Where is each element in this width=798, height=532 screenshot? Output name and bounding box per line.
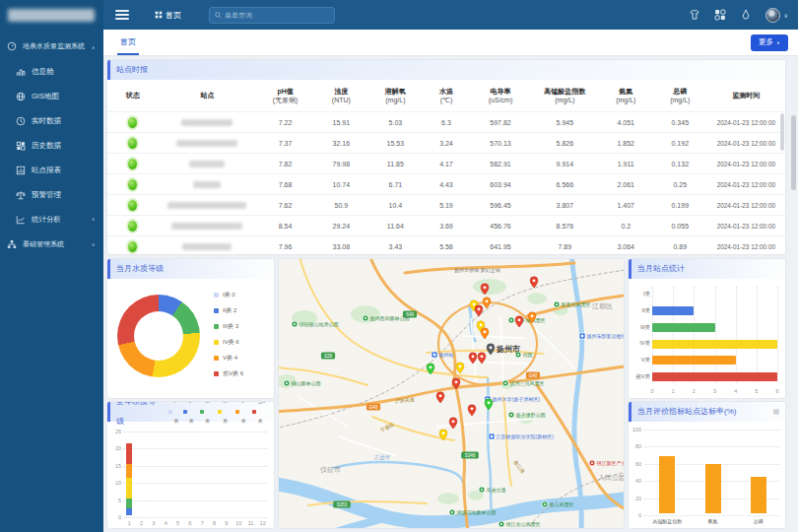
cell: 3.69	[423, 216, 470, 235]
station-stats-chart: 0 1 2 3 4 5 6 I类 II类 III类 IV类 V类 劣V类	[652, 287, 776, 383]
map-label: 扬州市	[496, 344, 520, 354]
cell: 8.54	[256, 216, 313, 235]
cell: 641.95	[470, 236, 531, 255]
more-button[interactable]: 更多 ∨	[751, 34, 788, 51]
sidebar-item-0-0[interactable]: 信息舱	[0, 59, 103, 84]
stacked-bar-segment[interactable]	[126, 508, 132, 515]
avatar[interactable]	[765, 8, 780, 23]
search-box[interactable]	[209, 7, 335, 24]
chevron-icon: ∨	[92, 217, 96, 223]
svg-text:G40: G40	[529, 373, 538, 378]
hbar[interactable]	[652, 323, 715, 332]
sidebar-item-0-6[interactable]: 统计分析 ∨	[0, 207, 103, 232]
search-input[interactable]	[225, 12, 329, 19]
alert-icon	[16, 189, 27, 200]
shirt-theme-icon[interactable]	[689, 9, 701, 22]
sidebar-group-0[interactable]: 地表水质量监测系统 ∧	[0, 33, 103, 59]
station-table-body: 7.2215.915.036.3597.825.9454.0510.345202…	[107, 111, 785, 255]
legend-item[interactable]: IV类	[218, 401, 232, 432]
cell: 5.826	[531, 133, 599, 153]
sidebar-item-0-4[interactable]: 站点报表	[0, 158, 103, 182]
compliance-rate-chart: 0 20 40 60 80 100 高锰酸盐指数 氨氮 总磷	[644, 430, 779, 513]
svg-text:S348: S348	[465, 453, 476, 458]
legend-item[interactable]: 劣V类	[252, 401, 270, 432]
page-scrollbar[interactable]	[790, 114, 796, 532]
map-label: 江都区	[592, 302, 613, 310]
cell: 32.16	[314, 133, 368, 153]
vbar[interactable]	[751, 477, 766, 513]
status-dot	[128, 241, 137, 252]
hbar[interactable]	[652, 306, 694, 315]
cell: 33.08	[314, 236, 368, 255]
hamburger-icon[interactable]	[115, 10, 129, 20]
chevron-down-icon[interactable]: ∨	[784, 12, 788, 19]
legend-item[interactable]: II类	[183, 401, 196, 432]
status-dot	[128, 138, 137, 149]
sidebar-item-0-5[interactable]: 预警管理	[0, 182, 103, 207]
tab-home[interactable]: 首页	[117, 30, 139, 55]
stacked-bar-segment[interactable]	[126, 464, 132, 478]
map-panel[interactable]: G40 G40 S49 S28 S353 S348 扬州西郊森林公园 仪征捺山地…	[278, 258, 625, 529]
hbar[interactable]	[652, 356, 736, 365]
split-screen-icon[interactable]	[714, 9, 727, 22]
cell: 2024-01-23 12:00:00	[707, 154, 785, 173]
stacked-bar-segment[interactable]	[126, 443, 132, 464]
park-poi[interactable]: 焦山风景区	[542, 501, 574, 507]
cell: 596.45	[470, 195, 531, 215]
park-poi[interactable]: 瓜洲古渡	[479, 487, 506, 494]
sidebar-group-1[interactable]: 基础管理系统 ∨	[0, 232, 103, 257]
hbar[interactable]	[652, 372, 777, 381]
legend-item[interactable]: I类 0	[214, 291, 243, 299]
flame-icon[interactable]	[740, 9, 753, 22]
legend-item[interactable]: I类	[168, 401, 179, 432]
cell: 1.911	[599, 154, 653, 173]
cell: 79.98	[314, 154, 368, 173]
legend-item[interactable]: II类 2	[214, 306, 243, 315]
park-poi[interactable]: 扬州西郊森林公园	[363, 315, 410, 322]
cell: 0.345	[653, 112, 707, 132]
sidebar-item-0-2[interactable]: 实时数据	[0, 108, 103, 133]
cell: 570.13	[470, 133, 531, 153]
legend-item[interactable]: 劣V类 6	[214, 369, 243, 378]
stacked-bar-segment[interactable]	[126, 499, 132, 508]
cell: 10.74	[314, 174, 368, 194]
table-row[interactable]: 7.9633.083.435.58641.957.893.0640.892024…	[107, 235, 785, 255]
transit-poi[interactable]: 扬州站	[432, 352, 454, 359]
cell: 2024-01-23 12:00:00	[707, 174, 785, 194]
vbar[interactable]	[659, 456, 675, 513]
stacked-bar-segment[interactable]	[126, 478, 132, 499]
table-row[interactable]: 7.8279.9811.854.17582.919.9141.9110.1322…	[107, 153, 785, 173]
panel-title-annual-quality: 全年水质等级 I类 II类 III类 IV类 V类 劣V类	[107, 402, 274, 422]
transit-poi[interactable]: 江苏旅游职业学院(新校区)	[489, 433, 554, 440]
table-row[interactable]: 8.5429.2411.643.69456.768.5760.20.055202…	[107, 215, 785, 235]
table-scrollbar[interactable]	[780, 113, 784, 151]
transit-poi[interactable]: 扬州大学(扬子津校区)	[485, 396, 540, 403]
table-header-row: 状态 站点 pH值(无量纲) 浊度(NTU) 溶解氧(mg/L) 水温(℃) 电…	[107, 80, 785, 111]
hbar[interactable]	[652, 340, 777, 349]
vbar[interactable]	[705, 464, 721, 513]
sidebar-item-0-1[interactable]: GIS地图	[0, 84, 103, 108]
transit-poi[interactable]: 扬州东部客运枢纽	[579, 333, 625, 340]
legend-item[interactable]: III类	[200, 401, 214, 432]
station-table: 状态 站点 pH值(无量纲) 浊度(NTU) 溶解氧(mg/L) 水温(℃) 电…	[107, 80, 785, 254]
legend-item[interactable]: IV类 6	[214, 338, 243, 347]
chart-toolbox-icon[interactable]: ▦	[772, 402, 779, 422]
table-row[interactable]: 7.2215.915.036.3597.825.9454.0510.345202…	[107, 111, 785, 132]
svg-text:镇江金山风景区: 镇江金山风景区	[506, 521, 541, 528]
sidebar-item-0-3[interactable]: 历史数据	[0, 133, 103, 158]
legend-item[interactable]: V类	[235, 401, 248, 432]
station-name-redacted	[171, 223, 242, 230]
legend-item[interactable]: V类 4	[214, 354, 243, 363]
legend-item[interactable]: III类 3	[214, 322, 243, 331]
table-row[interactable]: 7.6810.746.714.43603.946.5662.0610.25202…	[107, 173, 785, 194]
page-scrollbar-thumb[interactable]	[791, 115, 796, 190]
topbar-home-nav[interactable]: 首页	[155, 10, 181, 21]
park-poi[interactable]: 润扬湿地森林公园	[449, 509, 497, 516]
table-row[interactable]: 7.3732.1615.533.24570.135.8261.8520.1922…	[107, 132, 785, 153]
svg-text:江苏旅游职业学院(新校区): 江苏旅游职业学院(新校区)	[497, 433, 555, 440]
cell: 15.91	[314, 112, 368, 132]
table-row[interactable]: 7.6250.910.45.19596.453.8071.4070.199202…	[107, 194, 785, 215]
svg-text:仪征捺山地质公园: 仪征捺山地质公园	[299, 321, 339, 328]
cell: 7.82	[256, 154, 313, 173]
park-poi[interactable]: 仪征捺山地质公园	[292, 321, 339, 328]
